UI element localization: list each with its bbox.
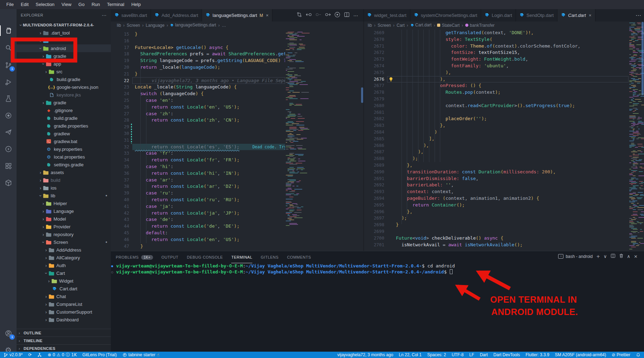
- package-icon[interactable]: [0, 175, 17, 191]
- tree-item-cart.dart[interactable]: Cart.dart: [17, 285, 111, 292]
- menu-edit[interactable]: Edit: [17, 0, 32, 9]
- status-dart[interactable]: Dart: [480, 352, 488, 357]
- sidebar-section-timeline[interactable]: ›TIMELINE: [17, 337, 111, 344]
- panel-tab-gitlens[interactable]: GITLENS: [261, 251, 279, 263]
- tab-systemchromesettings.dart[interactable]: systemChromeSettings.dart: [410, 9, 481, 21]
- testing-icon[interactable]: [0, 91, 17, 107]
- tree-root-multivendor[interactable]: ›MULTIVENDOR-STARTT-FROM-2.0.4-: [17, 21, 111, 29]
- accounts-icon[interactable]: 1: [0, 325, 17, 341]
- run-debug-icon[interactable]: [0, 74, 17, 90]
- tab-login.dart[interactable]: Login.dart: [481, 9, 516, 21]
- tree-item-auth[interactable]: ›Auth: [17, 261, 111, 269]
- breadcrumb-item[interactable]: Cart: [397, 23, 405, 28]
- tree-item-hidden[interactable]: ›: [17, 37, 111, 44]
- lightbulb-icon[interactable]: [389, 77, 393, 83]
- tree-item-gradle[interactable]: ›gradle: [17, 52, 111, 60]
- menu-terminal[interactable]: Terminal: [103, 0, 128, 9]
- scrollbar-left[interactable]: [361, 87, 363, 103]
- breadcrumb-item[interactable]: StateCart: [437, 23, 460, 28]
- tab-cart.dart[interactable]: Cart.dart×: [557, 9, 595, 21]
- tree-item-screen[interactable]: ›Screen●: [17, 238, 111, 246]
- breadcrumb-item[interactable]: languageSettings.dart: [170, 23, 216, 28]
- tree-item-widget[interactable]: ›Widget: [17, 277, 111, 285]
- panel-tab-output[interactable]: OUTPUT: [162, 251, 178, 263]
- status-vijayvaghela72-3-months-ago[interactable]: vijayvaghela72, 3 months ago: [337, 352, 393, 357]
- run-file-icon[interactable]: [334, 12, 340, 19]
- status-gitlens-pro-trial[interactable]: GitLens Pro (Trial): [82, 352, 117, 357]
- close-icon[interactable]: ×: [589, 13, 592, 18]
- tree-item-settings.gradle[interactable]: settings.gradle: [17, 161, 111, 168]
- explorer-more-actions-icon[interactable]: ⋯: [102, 12, 107, 18]
- tree-item-gradle[interactable]: ›gradle: [17, 99, 111, 106]
- tree-item-build.gradle[interactable]: build.gradle: [17, 114, 111, 122]
- close-icon[interactable]: ×: [266, 13, 269, 18]
- tree-item-app[interactable]: ›app: [17, 60, 111, 68]
- tree-item-allcategory[interactable]: ›AllCategory: [17, 254, 111, 261]
- menu-view[interactable]: View: [58, 0, 75, 9]
- status-utf-8[interactable]: UTF-8: [452, 352, 463, 357]
- breadcrumb-item[interactable]: Cart.dart: [410, 23, 432, 28]
- more-actions-icon[interactable]: ⋯: [353, 12, 358, 19]
- status-sm-a205f-android-arm64[interactable]: SM A205F (android-arm64): [555, 352, 606, 357]
- status-bell[interactable]: [636, 353, 640, 357]
- tree-item-helper[interactable]: ›Helper: [17, 199, 111, 207]
- breadcrumb-item[interactable]: bankTransfer: [465, 23, 494, 28]
- tree-item-gradle.properties[interactable]: gradle.properties: [17, 122, 111, 130]
- status-lf[interactable]: LF: [469, 352, 474, 357]
- status-sync[interactable]: ⟳: [28, 352, 32, 357]
- send-icon[interactable]: [0, 124, 17, 140]
- status-tabnine-starter[interactable]: tabnine starter☝: [122, 352, 159, 357]
- bolt-icon[interactable]: [0, 141, 17, 157]
- more-actions-icon[interactable]: ⋯: [636, 12, 641, 19]
- tab-languagesettings.dart[interactable]: languageSettings.dartM×: [202, 9, 272, 21]
- new-terminal-icon[interactable]: +: [596, 254, 600, 259]
- panel-tab-terminal[interactable]: TERMINAL: [231, 251, 252, 263]
- tab-widget-test.dart[interactable]: widget_test.dart: [364, 9, 410, 21]
- split-terminal-icon[interactable]: [611, 253, 615, 259]
- open-changes-icon[interactable]: [306, 12, 312, 19]
- breadcrumb-right[interactable]: lib›Screen›Cart›Cart.dart›StateCart›bank…: [368, 21, 494, 29]
- menu-help[interactable]: Help: [128, 0, 144, 9]
- status-ln-22-col-1[interactable]: Ln 22, Col 1: [399, 352, 422, 357]
- tree-item-key.properties[interactable]: ⚙key.properties: [17, 145, 111, 153]
- tree-item-model[interactable]: ›Model: [17, 215, 111, 223]
- status-0-0-1k[interactable]: ⊗ 0 ⚠ 0 ⓘ 1K: [48, 352, 77, 358]
- next-change-icon[interactable]: [325, 12, 331, 19]
- tree-item-assets[interactable]: ›assets: [17, 168, 111, 176]
- breadcrumb-item[interactable]: Screen: [127, 23, 140, 28]
- tree-item-android[interactable]: ›android: [17, 44, 111, 52]
- breadcrumb-item[interactable]: lib: [368, 23, 372, 28]
- breadcrumb-item[interactable]: Screen: [378, 23, 391, 28]
- tree-item-.gitignore[interactable]: ◆.gitignore: [17, 106, 111, 114]
- tree-item-keystore.jks[interactable]: keystore.jks: [17, 91, 111, 99]
- breadcrumb-left[interactable]: lib›Screen›Language›languageSettings.dar…: [117, 21, 226, 29]
- tab-savebtn.dart[interactable]: saveBtn.dart: [111, 9, 151, 21]
- sidebar-section-dependencies[interactable]: ›DEPENDENCIES: [17, 344, 111, 352]
- status-dart-devtools[interactable]: Dart DevTools: [493, 352, 520, 357]
- breadcrumb-item[interactable]: lib: [117, 23, 121, 28]
- extensions-icon[interactable]: [0, 158, 17, 174]
- tree-item-gradlew.bat[interactable]: ›_gradlew.bat: [17, 137, 111, 145]
- status-v2-0-9[interactable]: v2.0.9*: [4, 352, 23, 357]
- menu-run[interactable]: Run: [88, 0, 103, 9]
- panel-tab-comments[interactable]: COMMENTS: [287, 251, 311, 263]
- tree-item-repository[interactable]: ›repository: [17, 230, 111, 238]
- tab-add-address.dart[interactable]: Add_Address.dart: [151, 9, 202, 21]
- tree-item-addaddress[interactable]: ›AddAddress: [17, 246, 111, 254]
- status-graph[interactable]: [37, 353, 42, 357]
- files-icon[interactable]: [0, 23, 17, 39]
- panel-tab-problems[interactable]: PROBLEMS1K+: [116, 251, 153, 263]
- breadcrumb-item[interactable]: …: [222, 23, 226, 28]
- close-panel-icon[interactable]: ×: [634, 254, 638, 259]
- split-editor-icon[interactable]: [344, 12, 350, 19]
- tree-item-provider[interactable]: ›Provider: [17, 223, 111, 230]
- terminal-content[interactable]: ●vijay-wrteam@vijaywrteam-To-be-filled-b…: [111, 263, 455, 275]
- sidebar-section-outline[interactable]: ›OUTLINE: [17, 329, 111, 337]
- tree-item-ios[interactable]: ›ios: [17, 184, 111, 192]
- chevron-down-icon[interactable]: ∨: [604, 254, 607, 259]
- menu-go[interactable]: Go: [75, 0, 88, 9]
- tree-item-google-services.json[interactable]: {..}google-services.json: [17, 83, 111, 91]
- git-compare-icon[interactable]: [296, 12, 302, 19]
- gitlens-icon[interactable]: [0, 107, 17, 124]
- terminal-shell-selector[interactable]: › bash - android: [558, 254, 593, 259]
